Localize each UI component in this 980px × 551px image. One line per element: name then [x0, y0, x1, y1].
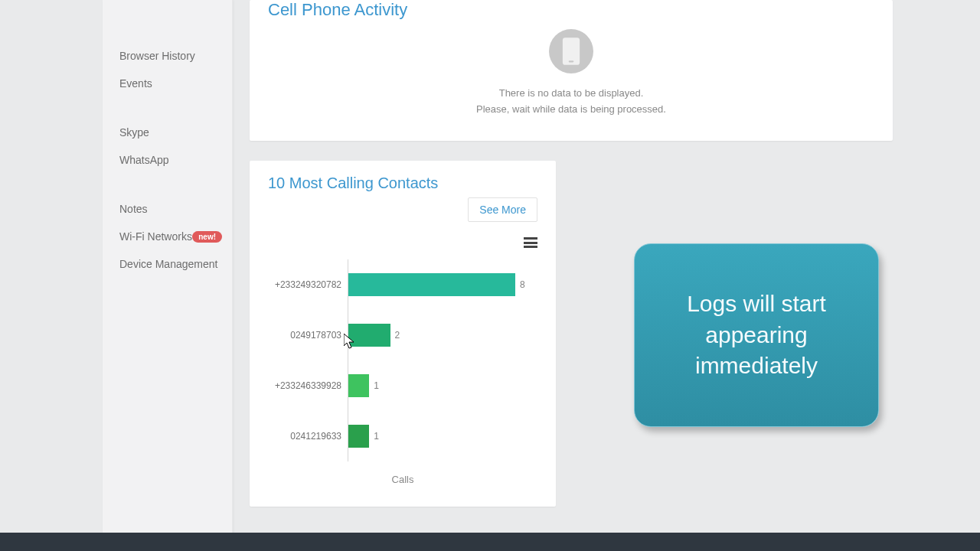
most-calling-contacts-title: 10 Most Calling Contacts	[268, 174, 537, 192]
sidebar-item-whatsapp[interactable]: WhatsApp	[103, 146, 233, 174]
chart-row: 02412196331	[268, 411, 537, 461]
svg-rect-1	[569, 60, 574, 62]
sidebar-item-browser-history[interactable]: Browser History	[103, 42, 233, 70]
sidebar-item-device-management[interactable]: Device Management	[103, 250, 233, 278]
most-calling-contacts-card: 10 Most Calling Contacts See More +23324…	[250, 161, 556, 507]
empty-state-line-2: Please, wait while data is being process…	[268, 103, 874, 115]
chart-row: 02491787032	[268, 310, 537, 360]
chart-value-label: 1	[374, 380, 379, 391]
chart-menu-icon[interactable]	[524, 237, 537, 248]
see-more-button[interactable]: See More	[468, 197, 537, 222]
sidebar: Browser History Events Skype WhatsApp No…	[103, 0, 233, 551]
svg-marker-2	[344, 334, 354, 348]
chart-bar[interactable]	[348, 374, 369, 397]
chart-value-label: 8	[520, 279, 525, 290]
chart-bar[interactable]	[348, 273, 515, 296]
chart-xlabel: Calls	[268, 474, 537, 485]
info-callout: Logs will start appearing immediately	[634, 243, 879, 427]
sidebar-item-events[interactable]: Events	[103, 70, 233, 97]
chart-value-label: 1	[374, 431, 379, 442]
chart-row: +2332463399281	[268, 360, 537, 411]
chart-category-label: 0249178703	[268, 330, 348, 341]
footer-bar	[0, 533, 980, 551]
chart-category-label: 0241219633	[268, 431, 348, 442]
cell-phone-activity-card: Cell Phone Activity There is no data to …	[250, 0, 893, 141]
cursor-icon	[344, 334, 356, 349]
sidebar-item-notes[interactable]: Notes	[103, 195, 233, 223]
chart-row: +2332493207828	[268, 259, 537, 310]
calling-contacts-chart: +233249320782802491787032+23324633992810…	[268, 259, 537, 461]
empty-state-line-1: There is no data to be displayed.	[268, 87, 874, 99]
sidebar-item-skype[interactable]: Skype	[103, 119, 233, 146]
chart-value-label: 2	[395, 330, 400, 341]
chart-category-label: +233246339928	[268, 380, 348, 391]
new-badge: new!	[192, 231, 222, 243]
chart-category-label: +233249320782	[268, 279, 348, 290]
chart-bar[interactable]	[348, 425, 369, 448]
sidebar-item-wifi-networks[interactable]: Wi-Fi Networks new!	[103, 223, 233, 250]
phone-icon	[549, 29, 593, 73]
cell-phone-activity-title: Cell Phone Activity	[268, 0, 874, 20]
